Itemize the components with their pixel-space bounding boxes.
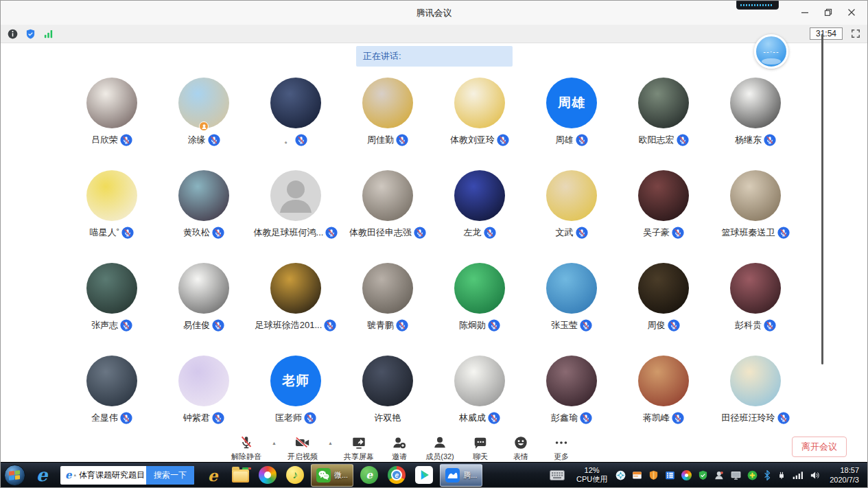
participant-tile[interactable]: 体教刘亚玲	[434, 78, 526, 170]
participant-avatar	[362, 78, 413, 128]
network-quality-icon[interactable]	[43, 29, 54, 39]
mic-muted-badge-icon	[497, 134, 509, 146]
participant-tile[interactable]: 足球班徐浩201...	[250, 263, 342, 356]
tray-window-icon[interactable]	[632, 470, 642, 480]
toolbar-invite-button[interactable]: 邀请	[384, 434, 414, 462]
participant-tile[interactable]: 文武	[526, 170, 618, 263]
mic-muted-badge-icon	[212, 412, 224, 424]
mic-muted-badge-icon	[668, 319, 680, 332]
participant-tile[interactable]: 涂缘	[158, 78, 250, 170]
tray-film-icon[interactable]	[665, 470, 675, 480]
more-icon	[554, 434, 569, 450]
mic-muted-badge-icon	[580, 412, 592, 424]
bluetooth-icon[interactable]	[764, 470, 771, 480]
qq-music-icon[interactable]: ♪	[281, 463, 309, 487]
toolbar-emoji-button[interactable]: 表情	[506, 434, 536, 462]
maximize-button[interactable]	[817, 5, 840, 20]
mic-muted-badge-icon	[208, 134, 220, 146]
folder-icon[interactable]	[226, 463, 254, 487]
participant-tile[interactable]: 黄玖松	[158, 170, 250, 263]
caret-up-icon[interactable]: ▲	[272, 441, 277, 445]
tray-plug-icon[interactable]	[777, 470, 786, 480]
mic-muted-badge-icon	[764, 319, 776, 332]
participant-tile[interactable]: 张声志	[66, 263, 158, 356]
toolbar-share-screen-button[interactable]: 共享屏幕	[344, 434, 374, 462]
participant-name-row: 吕欣荣	[91, 134, 132, 146]
participant-tile[interactable]: 左龙	[434, 170, 526, 263]
cpu-usage-widget[interactable]: 12% CPU使用	[576, 466, 607, 484]
ie-browser-icon[interactable]: e	[28, 463, 56, 487]
tencent-video-icon[interactable]	[410, 463, 438, 487]
search-button[interactable]: 搜索一下	[146, 466, 194, 485]
search-input[interactable]: 体育课题研究题目	[79, 469, 146, 481]
participant-tile[interactable]: 吕欣荣	[66, 78, 158, 170]
tray-monitor-icon[interactable]	[731, 470, 741, 480]
pinwheel-icon[interactable]	[254, 463, 281, 487]
toolbar-camera-off-button[interactable]: 开启视频	[288, 434, 318, 462]
participant-tile[interactable]: 篮球班秦送卫	[709, 170, 801, 263]
keyboard-icon-slot[interactable]	[543, 463, 571, 487]
participant-avatar	[638, 356, 689, 406]
caret-up-icon[interactable]: ▲	[328, 441, 333, 445]
chrome-browser-icon[interactable]: e	[383, 463, 410, 487]
tray-green-shield-icon[interactable]	[698, 470, 708, 480]
participant-tile[interactable]: 。	[250, 78, 342, 170]
speaker-icon[interactable]	[810, 470, 820, 480]
participant-tile[interactable]: 体教田径申志强	[342, 170, 434, 263]
toolbar-label: 开启视频	[288, 452, 318, 462]
taskbar-search-widget[interactable]: e ▴ 体育课题研究题目 搜索一下	[60, 466, 194, 485]
tray-person-icon[interactable]	[714, 470, 725, 480]
participant-tile[interactable]: 体教足球班何鸿...	[250, 170, 342, 263]
participant-name: 虢青鹏	[367, 319, 394, 332]
participant-name: 匡老师	[275, 412, 302, 424]
mic-muted-badge-icon	[488, 412, 500, 424]
scrollbar[interactable]	[821, 34, 823, 364]
caret-up-icon[interactable]: ▴	[74, 472, 77, 478]
participant-name-row: 易佳俊	[183, 319, 224, 332]
taskbar-meeting-button[interactable]: 腾...	[440, 464, 482, 487]
participant-tile[interactable]: 易佳俊	[158, 263, 250, 356]
participant-tile[interactable]: 彭科贵	[709, 263, 801, 356]
participant-tile[interactable]: 张玉莹	[526, 263, 618, 356]
taskbar-wechat-button[interactable]: 微...	[311, 464, 353, 487]
taskbar-clock[interactable]: 18:57 2020/7/3	[830, 465, 859, 485]
windows-start-icon[interactable]	[1, 463, 28, 487]
participant-tile[interactable]: 周雄周雄	[526, 78, 618, 170]
overlay-volume-widget[interactable]	[736, 1, 779, 10]
floating-clock-widget[interactable]: --·--	[754, 34, 788, 69]
host-badge-icon	[199, 121, 209, 131]
minimize-button[interactable]	[793, 5, 817, 20]
tray-pinwheel-icon[interactable]	[681, 470, 692, 480]
participant-name: 陈炯勋	[459, 319, 486, 332]
close-button[interactable]	[840, 5, 863, 20]
fullscreen-button[interactable]	[851, 29, 860, 38]
tray-flower-icon[interactable]	[615, 470, 626, 480]
tray-orange-shield-icon[interactable]	[648, 470, 659, 480]
participant-name: 体教刘亚玲	[450, 134, 495, 146]
taskbar-pinned-left: e	[28, 463, 56, 487]
participant-tile[interactable]: 喵星人˚	[66, 170, 158, 263]
toolbar-more-button[interactable]: 更多	[546, 434, 576, 462]
cpu-percent: 12%	[576, 466, 607, 475]
ie-gold-icon[interactable]: e	[199, 463, 226, 487]
toolbar-members-button[interactable]: 成员(32)	[425, 434, 455, 462]
participant-avatar	[454, 170, 505, 221]
participant-tile[interactable]: 陈炯勋	[434, 263, 526, 356]
leave-meeting-button[interactable]: 离开会议	[792, 437, 847, 457]
360-browser-icon[interactable]: e	[355, 463, 383, 487]
participant-tile[interactable]: 吴子豪	[618, 170, 709, 263]
toolbar-chat-button[interactable]: 聊天	[465, 434, 495, 462]
meeting-status-bar: 31:54	[1, 25, 867, 43]
info-icon[interactable]	[8, 29, 18, 39]
security-shield-icon[interactable]	[25, 29, 36, 39]
participant-name: 杨继东	[735, 134, 762, 146]
tray-green-plus-icon[interactable]	[747, 470, 758, 480]
participant-tile[interactable]: 欧阳志宏	[618, 78, 709, 170]
participant-tile[interactable]: 周佳勤	[342, 78, 434, 170]
participant-name: 张声志	[91, 319, 118, 332]
signal-bars-icon[interactable]	[793, 470, 804, 480]
participant-tile[interactable]: 周俊	[618, 263, 709, 356]
participant-tile[interactable]: 杨继东	[709, 78, 801, 170]
participant-tile[interactable]: 虢青鹏	[342, 263, 434, 356]
toolbar-mic-muted-button[interactable]: 解除静音	[231, 434, 261, 462]
